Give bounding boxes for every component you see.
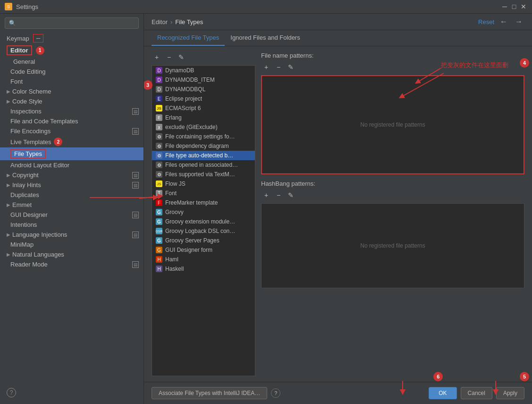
sidebar-item-android-layout[interactable]: Android Layout Editor — [0, 160, 144, 170]
breadcrumb-bar: Editor › File Types Reset ← → — [144, 14, 532, 30]
file-list-item[interactable]: E Eclipse project — [152, 94, 255, 103]
sidebar-item-color-scheme[interactable]: ▶ Color Scheme — [0, 86, 144, 96]
file-list-toolbar: + − ✎ — [152, 52, 255, 62]
file-list-item[interactable]: GSR Groovy Logback DSL con… — [152, 226, 255, 236]
sidebar-item-reader-mode[interactable]: Reader Mode ▤ — [0, 259, 144, 269]
close-btn[interactable]: ✕ — [520, 3, 527, 10]
file-list-item-selected[interactable]: ⚙ File type auto-detected b… — [152, 151, 255, 160]
badge-4: 4 — [520, 58, 529, 68]
expand-icon: ▶ — [7, 232, 10, 237]
file-list-item[interactable]: H Haskell — [152, 264, 255, 274]
sidebar-item-label: Intentions — [10, 221, 37, 228]
file-list-item[interactable]: ⚙ File dependency diagram — [152, 141, 255, 151]
remove-hashbang-btn[interactable]: − — [273, 190, 284, 200]
title-bar: S Settings ─ □ ✕ — [0, 0, 532, 14]
file-patterns-list[interactable]: No registered file patterns — [261, 75, 524, 174]
bottom-bar: Associate File Types with IntelliJ IDEA…… — [144, 382, 532, 404]
sidebar-item-keymap[interactable]: Keymap ─ — [0, 33, 144, 44]
apply-btn[interactable]: Apply — [496, 387, 524, 399]
file-list-item[interactable]: F FreeMarker template — [152, 198, 255, 207]
groovy-icon: G — [156, 218, 162, 225]
file-name: ECMAScript 6 — [165, 105, 201, 112]
edit-pattern-btn[interactable]: ✎ — [286, 62, 296, 72]
edit-file-type-btn[interactable]: ✎ — [176, 52, 186, 62]
sidebar-item-emmet[interactable]: ▶ Emmet — [0, 200, 144, 210]
file-list-item[interactable]: G Groovy extension module… — [152, 217, 255, 226]
sidebar-item-live-templates[interactable]: Live Templates 2 — [0, 136, 144, 147]
sidebar-item-file-code-templates[interactable]: File and Code Templates — [0, 116, 144, 126]
sidebar-item-code-editing[interactable]: Code Editing — [0, 67, 144, 77]
file-name: File containing settings fo… — [165, 133, 235, 140]
file-list-item[interactable]: D DYNAMODB_ITEM — [152, 75, 255, 85]
hashbang-list[interactable]: No registered file patterns — [261, 203, 524, 288]
file-name: DYNAMODBQL — [165, 86, 205, 93]
bottom-help-btn[interactable]: ? — [7, 388, 16, 397]
file-list-item[interactable]: JS Flow JS — [152, 179, 255, 189]
sidebar-item-inspections[interactable]: Inspections ▤ — [0, 106, 144, 116]
add-file-type-btn[interactable]: + — [152, 52, 162, 62]
keymap-red-box: ─ — [33, 34, 44, 43]
sidebar-item-font[interactable]: Font — [0, 77, 144, 86]
file-list-item[interactable]: G GUI Designer form — [152, 245, 255, 255]
file-list-item[interactable]: JS ECMAScript 6 — [152, 103, 255, 113]
file-name: File dependency diagram — [165, 143, 229, 149]
sidebar-item-label: GUI Designer — [10, 211, 48, 218]
file-name: DYNAMODB_ITEM — [165, 77, 215, 83]
sidebar-item-label: File Encodings — [10, 128, 51, 135]
sidebar-item-editor[interactable]: Editor 1 — [0, 44, 144, 57]
sidebar-item-code-style[interactable]: ▶ Code Style — [0, 96, 144, 106]
add-hashbang-btn[interactable]: + — [261, 190, 271, 200]
file-name: Groovy Logback DSL con… — [165, 228, 235, 234]
sidebar-item-copyright[interactable]: ▶ Copyright ▤ — [0, 170, 144, 180]
sidebar-item-natural-languages[interactable]: ▶ Natural Languages — [0, 249, 144, 259]
sidebar-item-general[interactable]: General — [0, 57, 144, 67]
file-list-item[interactable]: x exclude (GitExclude) — [152, 122, 255, 132]
sidebar-item-label: MiniMap — [10, 241, 34, 248]
help-btn[interactable]: ? — [271, 388, 280, 398]
copyright-badge: ▤ — [132, 172, 139, 179]
sidebar-item-duplicates[interactable]: Duplicates — [0, 190, 144, 200]
dynamo-icon: D — [156, 67, 162, 74]
file-list-item[interactable]: D DYNAMODBQL — [152, 85, 255, 94]
cancel-btn[interactable]: Cancel — [461, 387, 492, 399]
tab-recognized[interactable]: Recognized File Types — [152, 30, 225, 46]
reset-link[interactable]: Reset — [478, 18, 494, 26]
badge-3-container: 3 — [144, 80, 152, 90]
settings-window: S Settings ─ □ ✕ Keymap ─ Editor — [0, 0, 532, 404]
file-list-item[interactable]: D DynamoDB — [152, 66, 255, 75]
tab-ignored[interactable]: Ignored Files and Folders — [225, 30, 305, 46]
generic-icon: D — [156, 86, 162, 93]
sidebar-item-language-injections[interactable]: ▶ Language Injections ▤ — [0, 230, 144, 240]
file-list-item[interactable]: E Erlang — [152, 113, 255, 122]
file-list-item[interactable]: T Font — [152, 189, 255, 198]
file-list-item[interactable]: G Groovy Server Pages — [152, 236, 255, 245]
add-pattern-btn[interactable]: + — [261, 62, 271, 72]
maximize-btn[interactable]: □ — [510, 3, 518, 10]
keymap-label: Keymap — [7, 35, 29, 42]
forward-btn[interactable]: → — [513, 17, 524, 26]
associate-file-types-btn[interactable]: Associate File Types with IntelliJ IDEA… — [152, 387, 267, 399]
sidebar-item-minimap[interactable]: MiniMap — [0, 240, 144, 249]
sidebar-item-inlay-hints[interactable]: ▶ Inlay Hints ▤ — [0, 180, 144, 190]
sidebar-item-file-types[interactable]: File Types — [0, 147, 144, 160]
back-btn[interactable]: ← — [498, 17, 509, 26]
file-list-item[interactable]: G Groovy — [152, 207, 255, 217]
sidebar-item-file-encodings[interactable]: File Encodings ▤ — [0, 126, 144, 136]
patterns-toolbar: + − ✎ 4 — [261, 62, 524, 72]
search-input[interactable] — [5, 17, 139, 29]
file-list-area: 3 + − ✎ D DynamoDB D — [152, 52, 255, 376]
breadcrumb-current: File Types — [175, 18, 203, 26]
minimize-btn[interactable]: ─ — [501, 3, 508, 10]
file-list-item[interactable]: ⚙ Files supported via TextM… — [152, 170, 255, 179]
ok-btn[interactable]: OK — [429, 387, 456, 399]
file-list-item[interactable]: ⚙ File containing settings fo… — [152, 132, 255, 141]
file-name: Flow JS — [165, 181, 186, 187]
inspections-badge: ▤ — [132, 108, 139, 115]
edit-hashbang-btn[interactable]: ✎ — [286, 190, 296, 200]
sidebar-item-gui-designer[interactable]: GUI Designer ▤ — [0, 210, 144, 220]
file-list-item[interactable]: ⚙ Files opened in associated… — [152, 160, 255, 170]
remove-pattern-btn[interactable]: − — [273, 62, 284, 72]
file-list-item[interactable]: H Haml — [152, 255, 255, 264]
sidebar-item-intentions[interactable]: Intentions — [0, 220, 144, 230]
remove-file-type-btn[interactable]: − — [164, 52, 174, 62]
